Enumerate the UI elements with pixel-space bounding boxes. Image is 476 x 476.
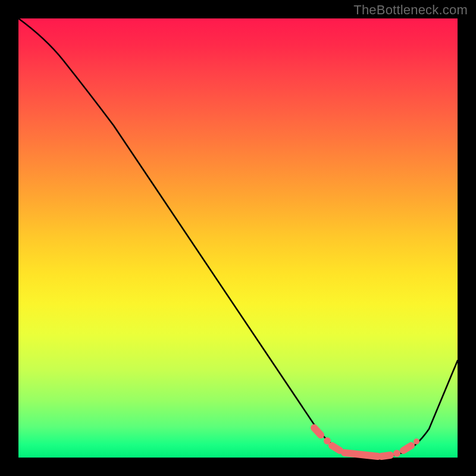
chart-frame: TheBottleneck.com	[0, 0, 476, 476]
highlight-segment	[403, 446, 411, 450]
bottleneck-curve	[18, 18, 458, 458]
highlight-dot	[414, 439, 419, 444]
watermark-text: TheBottleneck.com	[353, 2, 468, 18]
highlight-segment	[314, 428, 321, 435]
chart-plot-area	[18, 18, 458, 458]
highlight-segment	[381, 455, 390, 456]
highlight-segment	[345, 453, 378, 456]
highlight-dot	[393, 450, 400, 457]
highlight-segment	[332, 446, 340, 450]
chart-curve-layer	[18, 18, 458, 458]
